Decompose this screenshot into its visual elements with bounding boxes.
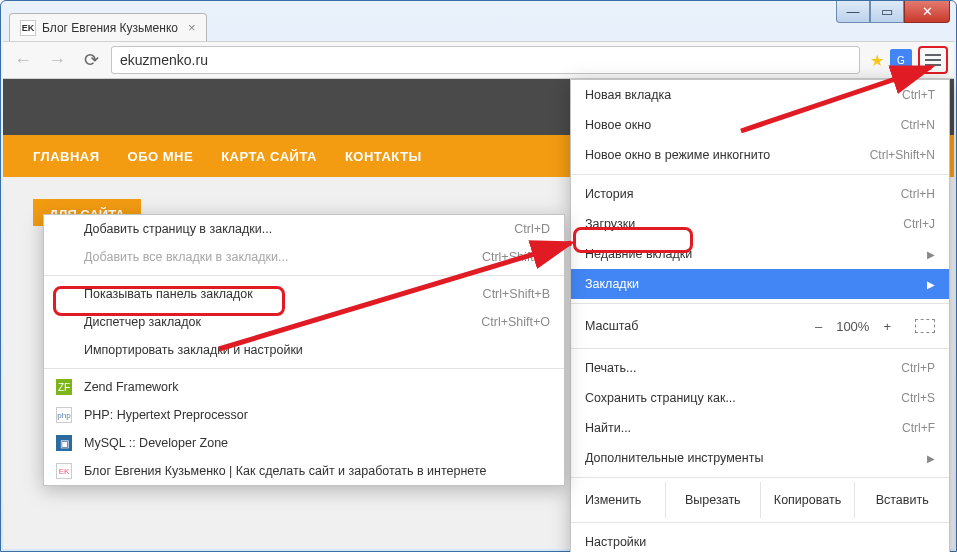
zoom-value: 100% (836, 319, 869, 334)
zoom-in-button[interactable]: + (883, 319, 891, 334)
tab-title: Блог Евгения Кузьменко (42, 21, 178, 35)
nav-link[interactable]: КОНТАКТЫ (345, 149, 422, 164)
chevron-right-icon: ▶ (927, 249, 935, 260)
bookmarks-submenu: Добавить страницу в закладки...Ctrl+D До… (43, 214, 565, 486)
fullscreen-icon[interactable] (915, 319, 935, 333)
close-button[interactable]: ✕ (904, 1, 950, 23)
menu-print[interactable]: Печать...Ctrl+P (571, 353, 949, 383)
menu-settings[interactable]: Настройки (571, 527, 949, 552)
bookmark-item[interactable]: ZFZend Framework (44, 373, 564, 401)
maximize-button[interactable]: ▭ (870, 1, 904, 23)
bookmark-item[interactable]: ▣MySQL :: Developer Zone (44, 429, 564, 457)
url-text: ekuzmenko.ru (120, 52, 208, 68)
tab-strip: EK Блог Евгения Кузьменко × (9, 13, 816, 41)
bookmark-star-icon[interactable]: ★ (870, 51, 884, 70)
submenu-bookmark-all[interactable]: Добавить все вкладки в закладки...Ctrl+S… (44, 243, 564, 271)
submenu-show-bookmarks-bar[interactable]: Показывать панель закладокCtrl+Shift+B (44, 280, 564, 308)
bookmark-item[interactable]: EKБлог Евгения Кузьменко | Как сделать с… (44, 457, 564, 485)
menu-bookmarks[interactable]: Закладки▶ (571, 269, 949, 299)
reload-button[interactable]: ⟳ (77, 46, 105, 74)
menu-new-tab[interactable]: Новая вкладкаCtrl+T (571, 80, 949, 110)
nav-link[interactable]: КАРТА САЙТА (221, 149, 317, 164)
submenu-bookmark-page[interactable]: Добавить страницу в закладки...Ctrl+D (44, 215, 564, 243)
bookmark-item[interactable]: phpPHP: Hypertext Preprocessor (44, 401, 564, 429)
browser-tab[interactable]: EK Блог Евгения Кузьменко × (9, 13, 207, 41)
forward-button[interactable]: → (43, 46, 71, 74)
chrome-main-menu: Новая вкладкаCtrl+T Новое окноCtrl+N Нов… (570, 79, 950, 552)
minimize-button[interactable]: — (836, 1, 870, 23)
menu-downloads[interactable]: ЗагрузкиCtrl+J (571, 209, 949, 239)
site-icon: ▣ (56, 435, 72, 451)
chevron-right-icon: ▶ (927, 279, 935, 290)
menu-find[interactable]: Найти...Ctrl+F (571, 413, 949, 443)
menu-history[interactable]: ИсторияCtrl+H (571, 179, 949, 209)
tab-close-icon[interactable]: × (188, 20, 196, 35)
address-bar[interactable]: ekuzmenko.ru (111, 46, 860, 74)
copy-button[interactable]: Копировать (760, 482, 855, 518)
site-icon: ZF (56, 379, 72, 395)
chrome-menu-button[interactable] (918, 46, 948, 74)
zoom-out-button[interactable]: – (815, 319, 822, 334)
site-icon: EK (56, 463, 72, 479)
edit-label: Изменить (571, 493, 665, 507)
submenu-bookmark-manager[interactable]: Диспетчер закладокCtrl+Shift+O (44, 308, 564, 336)
menu-edit-row: Изменить Вырезать Копировать Вставить (571, 482, 949, 518)
menu-more-tools[interactable]: Дополнительные инструменты▶ (571, 443, 949, 473)
window-frame: — ▭ ✕ EK Блог Евгения Кузьменко × ← → ⟳ … (0, 0, 957, 552)
menu-save-page[interactable]: Сохранить страницу как...Ctrl+S (571, 383, 949, 413)
tab-favicon: EK (20, 20, 36, 36)
paste-button[interactable]: Вставить (854, 482, 949, 518)
translate-icon[interactable]: G (890, 49, 912, 71)
menu-new-window[interactable]: Новое окноCtrl+N (571, 110, 949, 140)
menu-incognito[interactable]: Новое окно в режиме инкогнитоCtrl+Shift+… (571, 140, 949, 170)
window-caption-buttons: — ▭ ✕ (836, 1, 950, 23)
nav-link[interactable]: ОБО МНЕ (128, 149, 194, 164)
menu-recent-tabs[interactable]: Недавние вкладки▶ (571, 239, 949, 269)
chevron-right-icon: ▶ (927, 453, 935, 464)
submenu-import[interactable]: Импортировать закладки и настройки (44, 336, 564, 364)
cut-button[interactable]: Вырезать (665, 482, 760, 518)
menu-zoom-row: Масштаб – 100% + (571, 308, 949, 344)
nav-link[interactable]: ГЛАВНАЯ (33, 149, 100, 164)
zoom-label: Масштаб (585, 319, 815, 333)
browser-toolbar: ← → ⟳ ekuzmenko.ru ★ G (3, 41, 954, 79)
site-icon: php (56, 407, 72, 423)
back-button[interactable]: ← (9, 46, 37, 74)
